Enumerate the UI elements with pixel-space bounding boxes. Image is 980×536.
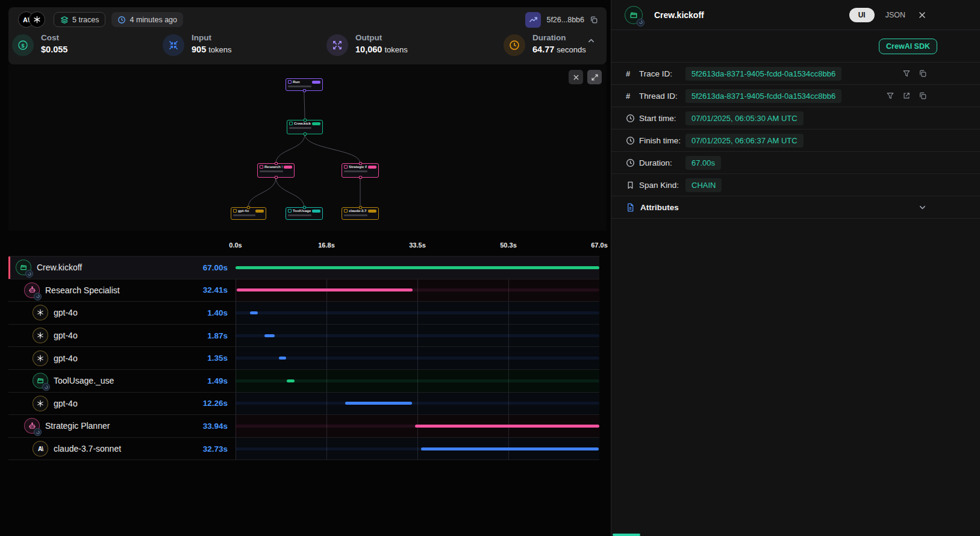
metric-label: Duration <box>532 33 586 42</box>
span-timeline <box>236 279 599 302</box>
chevron-up-icon[interactable] <box>587 36 596 45</box>
panel-title: Crew.kickoff <box>654 10 849 20</box>
openai-icon <box>36 399 45 408</box>
field-row-span-kind: Span Kind: CHAIN <box>611 173 980 196</box>
span-label-area: A\ claude-3.7-sonnet 32.73s <box>8 438 236 460</box>
span-bar[interactable] <box>264 334 275 337</box>
metric-input: Input 905 tokens <box>163 33 232 56</box>
funnel-icon[interactable] <box>886 92 894 100</box>
trace-header-row: A\ 5 traces 4 minutes ago <box>8 7 607 32</box>
span-graph-canvas[interactable]: Run Crew.kickoff Research Speciali... St… <box>8 64 607 231</box>
span-name: ToolUsage._use <box>54 376 114 385</box>
field-value: 07/01/2025, 06:06:37 AM UTC <box>685 134 804 148</box>
field-label: Start time: <box>639 114 685 123</box>
openai-icon <box>36 354 45 363</box>
node-handle-top <box>303 206 306 209</box>
node-type-icon <box>344 165 348 169</box>
span-row-gpt-4o[interactable]: gpt-4o 12.26s <box>8 393 599 416</box>
graph-node-gpt-4o[interactable]: gpt-4o <box>231 207 266 220</box>
chevron-down-icon[interactable] <box>918 203 927 212</box>
span-bar[interactable] <box>415 425 599 428</box>
traces-count-badge[interactable]: 5 traces <box>54 12 105 27</box>
graph-expand-button[interactable] <box>587 70 602 84</box>
span-row-strategic-planner[interactable]: Strategic Planner 33.94s <box>8 415 599 438</box>
time-ago-label: 4 minutes ago <box>130 16 177 24</box>
span-duration: 1.49s <box>207 376 236 385</box>
field-label: Finish time: <box>639 136 685 145</box>
field-row-start-time: Start time: 07/01/2025, 06:05:30 AM UTC <box>611 107 980 129</box>
tool-icon <box>33 373 48 388</box>
span-row-gpt-4o[interactable]: gpt-4o 1.87s <box>8 325 599 347</box>
span-row-gpt-4o[interactable]: gpt-4o 1.35s <box>8 347 599 370</box>
graph-controls <box>569 70 602 84</box>
span-detail-panel: Crew.kickoff UI JSON CrewAI SDK # Trace … <box>611 0 980 536</box>
copy-icon[interactable] <box>919 92 927 100</box>
graph-node-claude-3-7-sonnet[interactable]: claude-3.7-sonnet <box>342 207 379 220</box>
clock-icon <box>117 16 126 24</box>
metric-value: $0.055 <box>41 45 67 54</box>
span-label-area: Research Specialist 32.41s <box>8 279 236 302</box>
axis-tick: 16.8s <box>318 242 335 249</box>
span-track <box>236 357 599 360</box>
openai-logo-icon <box>33 328 48 343</box>
arrows-out-icon <box>332 40 343 51</box>
attributes-row[interactable]: Attributes <box>611 196 980 219</box>
graph-node-research-speciali-[interactable]: Research Speciali... <box>257 163 295 178</box>
panel-header: Crew.kickoff UI JSON <box>611 0 980 30</box>
external-icon[interactable] <box>902 92 911 100</box>
tab-ui[interactable]: UI <box>849 8 875 22</box>
span-bar[interactable] <box>236 266 599 269</box>
copy-icon[interactable] <box>590 16 598 24</box>
graph-node-strategic-planner[interactable]: Strategic Planner <box>342 163 379 178</box>
span-track <box>236 402 599 405</box>
copy-icon <box>919 92 927 100</box>
span-row-gpt-4o[interactable]: gpt-4o 1.40s <box>8 302 599 325</box>
sdk-badge[interactable]: CrewAI SDK <box>879 39 937 54</box>
field-list: # Trace ID: 5f2613da-8371-9405-fcdd-0a15… <box>611 62 980 196</box>
copy-icon[interactable] <box>919 69 927 78</box>
node-duration-badge <box>368 166 376 169</box>
node-duration-badge <box>312 81 320 84</box>
sdk-row: CrewAI SDK <box>611 30 980 62</box>
agentops-badge-icon <box>34 428 42 436</box>
span-timeline <box>236 393 599 415</box>
anthropic-logo-icon: A\ <box>33 441 48 457</box>
bookmark-icon <box>626 181 635 190</box>
openai-logo-icon <box>29 11 45 28</box>
span-row-research-specialist[interactable]: Research Specialist 32.41s <box>8 279 599 302</box>
node-type-icon <box>288 209 292 213</box>
trace-metrics-button[interactable] <box>525 12 541 28</box>
span-bar[interactable] <box>421 447 599 450</box>
svg-text:$: $ <box>21 43 24 49</box>
span-bar[interactable] <box>345 402 412 405</box>
span-bar[interactable] <box>237 288 413 291</box>
span-bar[interactable] <box>279 357 286 360</box>
node-subtitle <box>288 86 311 87</box>
metric-value: 10,060 tokens <box>355 45 408 54</box>
scroll-indicator[interactable] <box>613 534 640 536</box>
agentops-badge-icon <box>42 383 50 391</box>
graph-node-run[interactable]: Run <box>286 78 323 91</box>
axis-tick: 33.5s <box>409 242 426 249</box>
spiral-icon <box>44 385 49 390</box>
trace-viewer: A\ 5 traces 4 minutes ago <box>0 0 980 536</box>
tab-json[interactable]: JSON <box>885 11 905 19</box>
span-row-claude-3-7-sonnet[interactable]: A\ claude-3.7-sonnet 32.73s <box>8 438 599 461</box>
close-icon[interactable] <box>917 10 927 20</box>
copy-icon <box>919 69 927 78</box>
graph-node-crew-kickoff[interactable]: Crew.kickoff <box>287 120 323 134</box>
traces-count-label: 5 traces <box>72 16 99 24</box>
node-type-icon <box>233 209 237 213</box>
funnel-icon[interactable] <box>902 69 911 78</box>
graph-node-toolusage-use[interactable]: ToolUsage._use <box>286 207 323 220</box>
graph-close-button[interactable] <box>569 70 583 84</box>
span-row-toolusage-use[interactable]: ToolUsage._use 1.49s <box>8 370 599 393</box>
field-label: Trace ID: <box>639 69 685 78</box>
metric-duration: Duration 64.77 seconds <box>504 33 586 56</box>
metrics-row: $ Cost $0.055 Input 905 tokens Output 10… <box>8 32 607 64</box>
span-bar[interactable] <box>287 379 295 382</box>
span-row-crew-kickoff[interactable]: Crew.kickoff 67.00s <box>8 257 599 279</box>
span-label-area: gpt-4o 1.35s <box>8 347 236 369</box>
arrows-out-icon <box>326 34 348 56</box>
span-bar[interactable] <box>250 311 258 314</box>
